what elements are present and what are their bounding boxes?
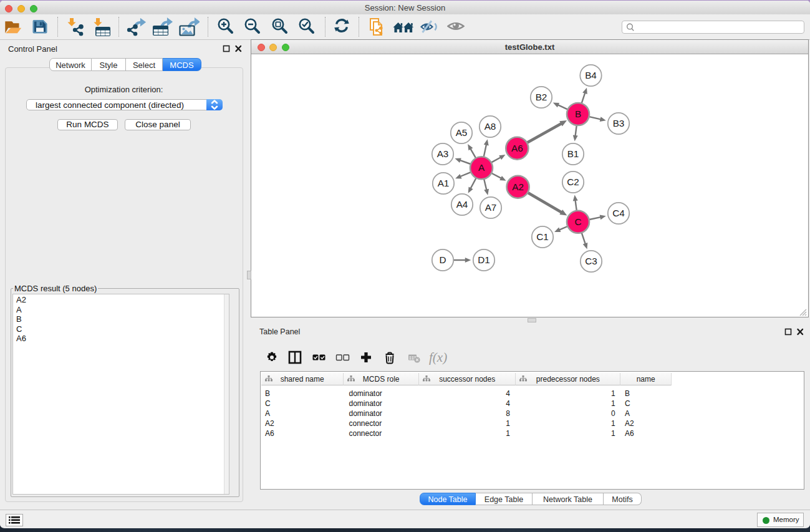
svg-text:C3: C3 bbox=[585, 256, 597, 266]
svg-text:A1: A1 bbox=[438, 178, 450, 188]
svg-text:B4: B4 bbox=[585, 70, 597, 80]
svg-text:C1: C1 bbox=[536, 231, 549, 242]
svg-text:B3: B3 bbox=[613, 118, 625, 128]
svg-text:C2: C2 bbox=[567, 177, 579, 187]
svg-text:D: D bbox=[439, 254, 446, 265]
svg-text:C: C bbox=[574, 216, 581, 227]
svg-text:A7: A7 bbox=[485, 202, 497, 213]
svg-text:B2: B2 bbox=[536, 92, 547, 102]
svg-text:f(x): f(x) bbox=[429, 350, 447, 365]
svg-text:C4: C4 bbox=[612, 208, 625, 218]
svg-text:A2: A2 bbox=[512, 181, 524, 192]
svg-text:A3: A3 bbox=[437, 148, 449, 159]
svg-text:A5: A5 bbox=[456, 127, 468, 138]
svg-text:D1: D1 bbox=[478, 254, 490, 265]
svg-text:B: B bbox=[575, 109, 581, 119]
svg-text:B1: B1 bbox=[567, 148, 579, 159]
svg-text:A: A bbox=[478, 162, 485, 173]
svg-text:A4: A4 bbox=[456, 199, 468, 210]
svg-text:A6: A6 bbox=[511, 143, 523, 153]
svg-text:A8: A8 bbox=[485, 121, 496, 132]
